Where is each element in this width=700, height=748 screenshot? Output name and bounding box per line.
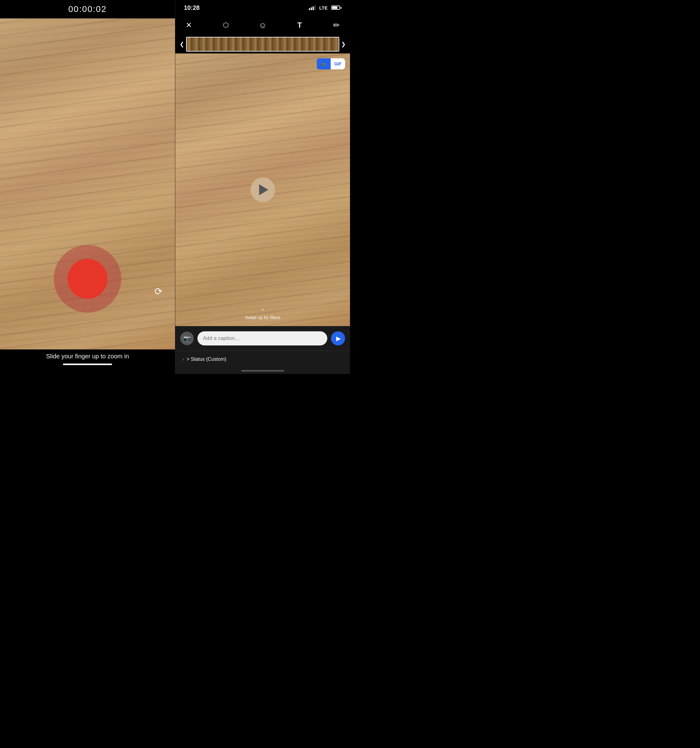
gif-label: GIF [334, 61, 342, 66]
close-button[interactable]: ✕ [183, 19, 195, 31]
home-bar [241, 370, 284, 371]
play-button[interactable] [251, 178, 275, 202]
home-indicator-right [175, 367, 350, 374]
camera-viewfinder[interactable]: ⟳ [0, 18, 175, 350]
record-button-outer[interactable] [54, 245, 121, 313]
left-bottom-bar: Slide your finger up to zoom in [0, 350, 175, 374]
camera-small-icon: 📷 [183, 335, 191, 342]
status-icons: LTE [309, 5, 342, 11]
status-time: 10:28 [184, 4, 200, 11]
swipe-filters-hint: ⌃ Swipe up for filters [245, 308, 280, 320]
status-custom-text: > Status (Custom) [187, 356, 226, 362]
emoji-button[interactable]: ☺ [257, 19, 269, 31]
trim-button[interactable]: ⬡ [220, 19, 232, 31]
signal-bar-3 [313, 6, 314, 10]
signal-bar-4 [314, 6, 316, 10]
gif-mode-button[interactable]: GIF [331, 58, 345, 69]
timeline-arrow-right[interactable]: ❯ [339, 41, 348, 47]
close-icon: ✕ [186, 21, 192, 29]
battery-tip [340, 7, 342, 9]
trim-icon: ⬡ [223, 21, 229, 29]
draw-icon: ✏ [333, 21, 340, 30]
play-icon [259, 184, 268, 195]
video-gif-toggle[interactable]: 📹 GIF [317, 58, 345, 69]
home-indicator [63, 363, 112, 365]
status-chevron-icon: › [183, 357, 184, 362]
camera-capture-button[interactable]: 📷 [180, 331, 194, 345]
battery-body [331, 6, 340, 10]
flip-camera-icon: ⟳ [155, 286, 163, 297]
recording-timer: 00:00:02 [68, 4, 107, 14]
video-preview-area[interactable]: 📹 GIF ⌃ Swipe up for filters [175, 53, 350, 326]
timeline-frames[interactable] [186, 37, 339, 52]
text-icon: T [297, 21, 302, 29]
record-button-inner[interactable] [68, 259, 108, 299]
signal-bar-2 [311, 8, 312, 10]
timeline-arrow-left[interactable]: ❮ [178, 41, 186, 47]
battery-icon [331, 6, 342, 10]
flip-camera-button[interactable]: ⟳ [151, 284, 166, 299]
caption-input[interactable] [197, 331, 327, 345]
signal-bar-1 [309, 8, 310, 10]
battery-fill [332, 6, 337, 9]
signal-bars [309, 5, 316, 10]
lte-label: LTE [319, 5, 328, 11]
caption-area: 📷 ▶ [175, 326, 350, 351]
timeline-strip[interactable]: ❮ ❯ [175, 35, 350, 53]
text-button[interactable]: T [293, 19, 306, 31]
recording-top-bar: 00:00:02 [0, 0, 175, 18]
draw-button[interactable]: ✏ [330, 19, 343, 31]
edit-toolbar: ✕ ⬡ ☺ T ✏ [175, 15, 350, 35]
status-bar: 10:28 LTE [175, 0, 350, 15]
left-panel: 00:00:02 ⟳ Slide your finger up to zoom … [0, 0, 175, 374]
zoom-hint-text: Slide your finger up to zoom in [0, 353, 175, 360]
video-camera-icon: 📹 [320, 61, 326, 66]
status-custom-bar[interactable]: › > Status (Custom) [175, 351, 350, 367]
send-icon: ▶ [336, 335, 341, 342]
send-button[interactable]: ▶ [331, 331, 345, 345]
right-panel: 10:28 LTE ✕ ⬡ ☺ [175, 0, 350, 374]
emoji-icon: ☺ [258, 21, 267, 30]
chevron-up-icon: ⌃ [261, 308, 265, 314]
video-mode-button[interactable]: 📹 [317, 58, 331, 69]
swipe-filters-text: Swipe up for filters [245, 315, 280, 320]
